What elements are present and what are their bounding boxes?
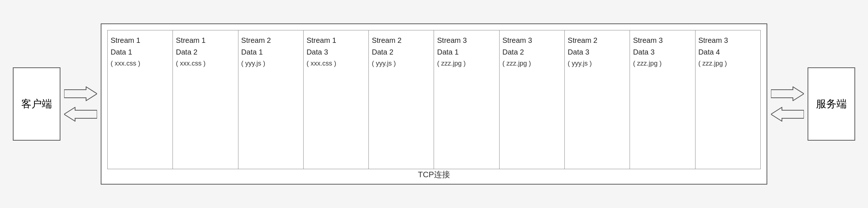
stream-cell-2: Stream 1Data 2( xxx.css ) [173,30,238,169]
svg-marker-2 [771,87,804,101]
file-label-4: ( xxx.css ) [307,59,336,68]
arrow-right-top [64,86,97,101]
svg-marker-3 [771,107,804,121]
stream-cell-3: Stream 2Data 1( yyy.js ) [238,30,304,169]
stream-name-8: Stream 2 [568,36,597,45]
server-box: 服务端 [808,67,855,141]
data-label-8: Data 3 [568,47,589,57]
file-label-6: ( zzz.jpg ) [437,59,465,68]
data-label-10: Data 4 [698,47,720,57]
stream-name-2: Stream 1 [176,36,205,45]
stream-name-4: Stream 1 [307,36,336,45]
stream-name-9: Stream 3 [633,36,663,45]
stream-name-5: Stream 2 [372,36,401,45]
data-label-4: Data 3 [307,47,328,57]
stream-name-7: Stream 3 [502,36,532,45]
file-label-2: ( xxx.css ) [176,59,205,68]
file-label-10: ( zzz.jpg ) [698,59,727,68]
stream-cell-5: Stream 2Data 2( yyy.js ) [369,30,434,169]
stream-cell-7: Stream 3Data 2( zzz.jpg ) [500,30,565,169]
file-label-3: ( yyy.js ) [241,59,266,68]
file-label-7: ( zzz.jpg ) [502,59,531,68]
stream-name-6: Stream 3 [437,36,467,45]
file-label-1: ( xxx.css ) [111,59,140,68]
arrow-left-from-server [771,107,804,122]
streams-container: Stream 1Data 1( xxx.css )Stream 1Data 2(… [107,30,761,169]
arrow-right-to-server [771,86,804,101]
svg-marker-0 [64,87,97,101]
data-label-9: Data 3 [633,47,654,57]
data-label-2: Data 2 [176,47,197,57]
stream-cell-8: Stream 2Data 3( yyy.js ) [565,30,630,169]
stream-cell-6: Stream 3Data 1( zzz.jpg ) [434,30,499,169]
data-label-1: Data 1 [111,47,132,57]
stream-cell-1: Stream 1Data 1( xxx.css ) [108,30,173,169]
stream-name-1: Stream 1 [111,36,140,45]
file-label-5: ( yyy.js ) [372,59,396,68]
stream-cell-9: Stream 3Data 3( zzz.jpg ) [630,30,695,169]
stream-cell-10: Stream 3Data 4( zzz.jpg ) [695,30,760,169]
file-label-9: ( zzz.jpg ) [633,59,661,68]
arrow-left-bottom [64,107,97,122]
file-label-8: ( yyy.js ) [568,59,592,68]
stream-cell-4: Stream 1Data 3( xxx.css ) [304,30,369,169]
stream-name-10: Stream 3 [698,36,728,45]
svg-marker-1 [64,107,97,121]
data-label-3: Data 1 [241,47,263,57]
data-label-6: Data 1 [437,47,459,57]
server-label: 服务端 [816,97,847,111]
diagram: 客户端 TCP连接 Stream 1Data 1( xxx.css )Strea… [13,9,855,199]
client-label: 客户端 [21,97,52,111]
server-arrows [767,86,808,122]
client-box: 客户端 [13,67,60,141]
client-arrows [60,86,101,122]
data-label-5: Data 2 [372,47,393,57]
data-label-7: Data 2 [502,47,524,57]
stream-name-3: Stream 2 [241,36,271,45]
tcp-connection-box: TCP连接 Stream 1Data 1( xxx.css )Stream 1D… [101,23,767,185]
tcp-label: TCP连接 [418,169,450,180]
